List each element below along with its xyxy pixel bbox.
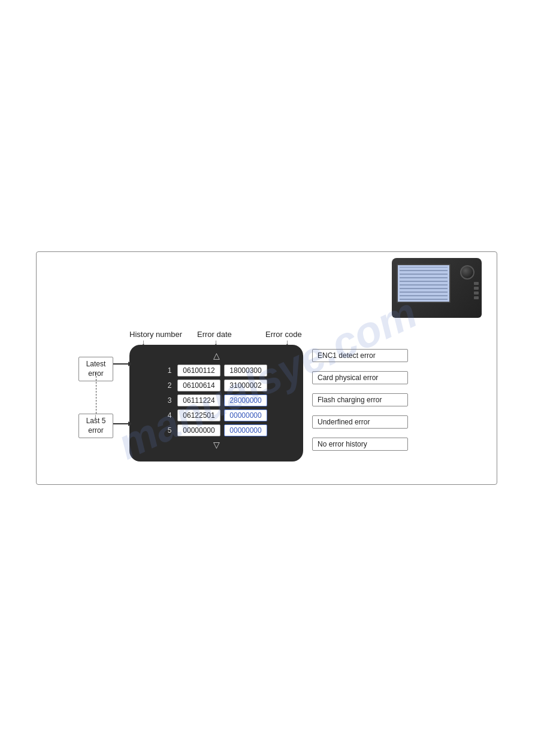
camera-lens <box>460 265 474 280</box>
error-code-label: Error code <box>265 329 302 339</box>
camera-screen <box>397 264 451 303</box>
connector-row-1: ENC1 detect error <box>312 353 327 358</box>
code-box-2: 31000002 <box>224 379 267 391</box>
main-diagram-box: History number Error date Error code ↓ ↓… <box>36 251 497 485</box>
connector-row-2: Card physical error <box>312 375 327 380</box>
desc-box-1: ENC1 detect error <box>312 349 408 362</box>
camera-buttons <box>474 282 479 299</box>
connector-row-3: Flash charging error <box>312 397 327 402</box>
date-box-4: 06122501 <box>177 409 220 421</box>
camera-button-3 <box>474 292 479 294</box>
panel-row-1: 1 06100112 18000300 <box>165 365 267 377</box>
latest-error-arrow <box>113 362 132 366</box>
connector-row-4: Underfined error <box>312 420 327 424</box>
panel-row-2: 2 06100614 31000002 <box>165 379 267 391</box>
camera-button-4 <box>474 296 479 299</box>
panel-row-4: 4 06122501 00000000 <box>165 409 267 421</box>
desc-box-4: Underfined error <box>312 415 408 429</box>
date-box-1: 06100112 <box>177 365 220 377</box>
date-box-2: 06100614 <box>177 379 220 391</box>
row-num-2: 2 <box>165 381 174 390</box>
code-box-3: 28000000 <box>224 394 267 406</box>
panel-row-5: 5 00000000 00000000 <box>165 424 267 436</box>
desc-box-5: No error history <box>312 438 408 451</box>
camera-button-1 <box>474 282 479 285</box>
down-arrow-dashed: ↓ <box>93 412 97 421</box>
dark-panel: △ 1 06100112 18000300 2 06100614 3100000… <box>129 345 303 462</box>
date-box-5: 00000000 <box>177 424 220 436</box>
camera-body <box>392 258 482 318</box>
desc-box-2: Card physical error <box>312 371 408 384</box>
camera-button-2 <box>474 287 479 290</box>
camera-illustration <box>392 258 488 324</box>
code-box-5: 00000000 <box>224 424 267 436</box>
row-num-1: 1 <box>165 366 174 375</box>
last5-error-arrow <box>113 421 132 426</box>
row-num-3: 3 <box>165 396 174 405</box>
panel-up-arrow: △ <box>213 351 220 360</box>
panel-down-arrow: ▽ <box>213 440 220 450</box>
camera-screen-grid <box>400 267 448 300</box>
code-box-4: 00000000 <box>224 409 267 421</box>
code-box-1: 18000300 <box>224 365 267 377</box>
connector-row-5: No error history <box>312 442 327 447</box>
date-box-3: 06111224 <box>177 394 220 406</box>
dashed-vertical-line <box>96 373 96 414</box>
panel-row-3: 3 06111224 28000000 <box>165 394 267 406</box>
row-num-4: 4 <box>165 411 174 420</box>
history-number-label: History number <box>129 329 182 339</box>
row-num-5: 5 <box>165 426 174 435</box>
desc-box-3: Flash charging error <box>312 393 408 406</box>
